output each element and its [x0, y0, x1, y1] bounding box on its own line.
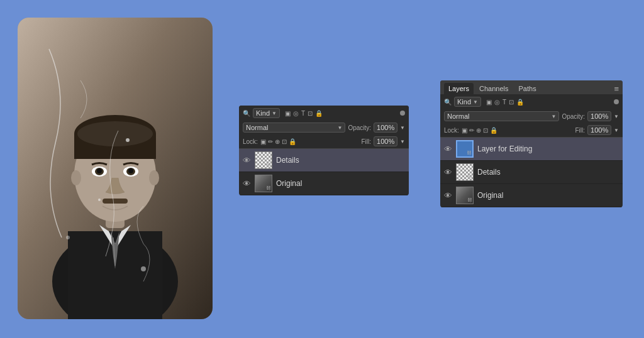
layer-chain-details-small: ⛓ — [266, 162, 271, 168]
layer-chain-details-large: ⛓ — [467, 174, 472, 180]
lock-icon-large-1[interactable]: ▣ — [462, 127, 467, 134]
opacity-chevron-large: ▼ — [614, 114, 619, 119]
layer-name-details-small: Details — [276, 156, 405, 165]
layer-eye-original-small[interactable]: 👁 — [243, 179, 251, 188]
layer-eye-details-large[interactable]: 👁 — [444, 168, 452, 177]
blend-row-small: Normal ▼ Opacity: 100% ▼ — [239, 121, 409, 134]
panel-menu-icon[interactable]: ≡ — [614, 84, 619, 94]
layer-chain-original-large: ⛓ — [467, 197, 472, 203]
fill-label-large: Fill: — [575, 127, 586, 134]
lock-row-large: Lock: ▣ ✏ ⊕ ⊡ 🔒 Fill: 100% ▼ — [440, 123, 623, 138]
lock-icon-5[interactable]: 🔒 — [289, 138, 296, 145]
svg-point-12 — [149, 170, 159, 185]
kind-icons-small: ▣ ◎ T ⊡ 🔒 — [285, 110, 323, 117]
lock-icon-large-2[interactable]: ✏ — [469, 127, 474, 134]
lock-icon-1[interactable]: ▣ — [260, 138, 266, 145]
kind-icons-large: ▣ ◎ T ⊡ 🔒 — [486, 99, 524, 106]
kind-dot-large — [614, 99, 619, 104]
lock-icon-2[interactable]: ✏ — [268, 138, 273, 145]
tab-paths[interactable]: Paths — [514, 83, 541, 94]
kind-select-large[interactable]: Kind ▼ — [454, 97, 481, 107]
lock-icon-large-5[interactable]: 🔒 — [490, 127, 497, 134]
kind-label-small: Kind — [256, 109, 270, 117]
kind-icon-large-1: ▣ — [486, 99, 492, 106]
blend-mode-select-large[interactable]: Normal ▼ — [444, 111, 559, 121]
lock-icon-3[interactable]: ⊕ — [275, 138, 280, 145]
svg-point-23 — [66, 236, 70, 239]
layer-row-editing-large[interactable]: 👁 ⛓ Layer for Editing — [440, 138, 623, 161]
layer-name-editing-large: Layer for Editing — [477, 144, 619, 153]
svg-point-22 — [141, 266, 146, 271]
fill-value-large[interactable]: 100% — [587, 125, 611, 135]
blend-row-large: Normal ▼ Opacity: 100% ▼ — [440, 109, 623, 123]
kind-icon-smart: 🔒 — [315, 110, 323, 117]
layer-eye-editing-large[interactable]: 👁 — [444, 144, 452, 154]
portrait-image — [18, 18, 213, 319]
blend-mode-select-small[interactable]: Normal ▼ — [243, 123, 345, 133]
blend-chevron-large: ▼ — [551, 114, 556, 119]
layers-panel-large: Layers Channels Paths ≡ 🔍 Kind ▼ ▣ ◎ T ⊡… — [440, 80, 623, 207]
svg-point-18 — [128, 168, 133, 173]
layer-row-details-large[interactable]: 👁 ⛓ Details — [440, 161, 623, 184]
layer-eye-original-large[interactable]: 👁 — [444, 191, 452, 200]
panel-tabs-large: Layers Channels Paths ≡ — [440, 80, 623, 94]
fill-label-small: Fill: — [362, 138, 372, 145]
kind-icon-adjust: ◎ — [293, 110, 299, 117]
svg-point-11 — [71, 170, 81, 185]
lock-icons-small: ▣ ✏ ⊕ ⊡ 🔒 — [260, 138, 296, 145]
kind-icon-pixel: ▣ — [285, 110, 291, 117]
opacity-chevron-small: ▼ — [400, 125, 405, 131]
kind-icon-type: T — [301, 110, 305, 117]
layer-row-original-small[interactable]: 👁 ⛓ Original — [239, 172, 409, 195]
layer-chain-editing-large: ⛓ — [467, 150, 472, 156]
opacity-value-small[interactable]: 100% — [374, 123, 397, 133]
layer-name-details-large: Details — [477, 168, 619, 177]
lock-icon-4[interactable]: ⊡ — [282, 138, 287, 145]
kind-icon-large-2: ◎ — [494, 99, 500, 106]
tab-channels[interactable]: Channels — [475, 83, 513, 94]
layer-eye-details-small[interactable]: 👁 — [243, 156, 251, 165]
kind-icon-large-4: ⊡ — [509, 99, 514, 106]
blend-chevron-small: ▼ — [337, 125, 342, 131]
kind-icon-shape: ⊡ — [308, 110, 313, 117]
layers-panel-small: 🔍 Kind ▼ ▣ ◎ T ⊡ 🔒 Normal ▼ Opacity: 100… — [239, 106, 409, 195]
svg-rect-19 — [103, 199, 128, 204]
layer-chain-original-small: ⛓ — [266, 185, 271, 191]
lock-label-large: Lock: — [444, 127, 459, 134]
layer-row-original-large[interactable]: 👁 ⛓ Original — [440, 184, 623, 207]
lock-icons-large: ▣ ✏ ⊕ ⊡ 🔒 — [462, 127, 497, 134]
lock-icon-large-3[interactable]: ⊕ — [476, 127, 481, 134]
photo-container — [18, 18, 213, 319]
fill-value-small[interactable]: 100% — [374, 136, 397, 146]
blend-mode-label-large: Normal — [447, 112, 469, 120]
fill-chevron-large: ▼ — [614, 128, 619, 133]
kind-chevron-large: ▼ — [473, 99, 478, 105]
kind-select-small[interactable]: Kind ▼ — [253, 108, 280, 118]
kind-bar-small: 🔍 Kind ▼ ▣ ◎ T ⊡ 🔒 — [239, 106, 409, 121]
kind-dot-small — [400, 111, 405, 116]
tab-layers[interactable]: Layers — [444, 83, 474, 94]
opacity-value-large[interactable]: 100% — [587, 111, 611, 121]
layer-name-original-small: Original — [276, 179, 405, 188]
search-icon-small: 🔍 — [243, 110, 250, 117]
layer-thumb-original-large: ⛓ — [456, 187, 474, 204]
kind-chevron-small: ▼ — [272, 111, 277, 116]
opacity-label-large: Opacity: — [562, 113, 585, 120]
blend-mode-label-small: Normal — [246, 124, 268, 131]
svg-point-20 — [126, 138, 130, 142]
fill-chevron-small: ▼ — [400, 139, 405, 144]
layer-thumb-editing-large: ⛓ — [456, 140, 474, 158]
layer-thumb-original-small: ⛓ — [255, 175, 272, 192]
svg-point-21 — [98, 199, 101, 201]
svg-point-10 — [77, 121, 153, 146]
lock-icon-large-4[interactable]: ⊡ — [483, 127, 488, 134]
kind-icon-large-3: T — [502, 99, 506, 106]
lock-row-small: Lock: ▣ ✏ ⊕ ⊡ 🔒 Fill: 100% ▼ — [239, 134, 409, 149]
layer-thumb-details-small: ⛓ — [255, 151, 272, 169]
search-icon-large: 🔍 — [444, 99, 452, 106]
layer-row-details-small[interactable]: 👁 ⛓ Details — [239, 149, 409, 172]
lock-label-small: Lock: — [243, 138, 258, 145]
kind-label-large: Kind — [457, 98, 471, 106]
layer-thumb-details-large: ⛓ — [456, 163, 474, 181]
svg-point-15 — [97, 168, 102, 173]
